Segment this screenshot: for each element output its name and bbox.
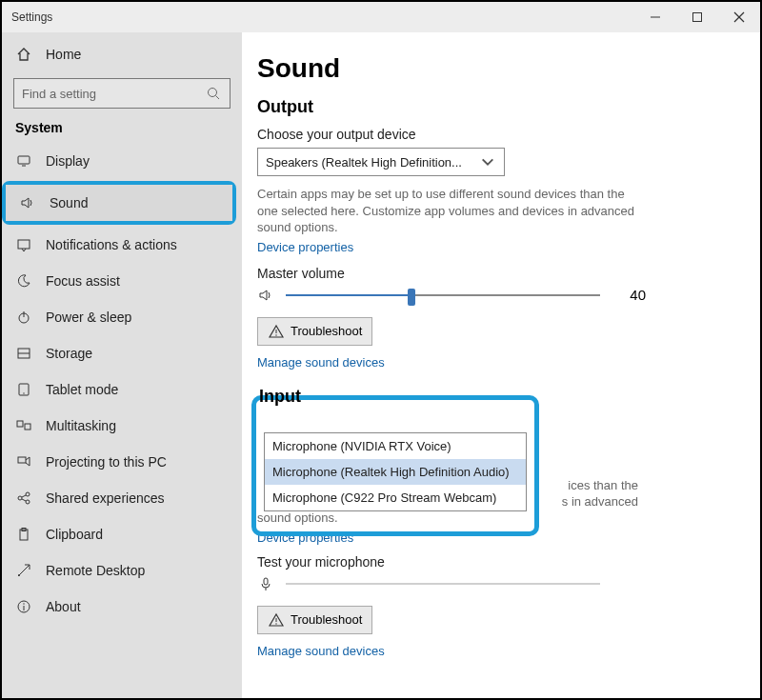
svg-rect-32 xyxy=(264,578,268,585)
search-placeholder: Find a setting xyxy=(22,87,205,101)
svg-point-19 xyxy=(26,492,30,496)
svg-line-25 xyxy=(18,565,30,576)
svg-point-14 xyxy=(23,392,24,393)
sidebar-item-label: About xyxy=(46,599,81,614)
remote-icon xyxy=(15,562,32,579)
output-manage-link[interactable]: Manage sound devices xyxy=(257,355,733,370)
output-device-select[interactable]: Speakers (Realtek High Definition... xyxy=(257,148,505,176)
sidebar-item-clipboard[interactable]: Clipboard xyxy=(2,516,242,552)
svg-rect-1 xyxy=(693,13,702,22)
output-device-selected: Speakers (Realtek High Definition... xyxy=(266,155,462,170)
svg-line-22 xyxy=(22,499,26,501)
sidebar-item-label: Power & sleep xyxy=(46,310,131,325)
maximize-button[interactable] xyxy=(676,2,718,32)
svg-point-4 xyxy=(209,89,217,97)
notifications-icon xyxy=(15,236,32,253)
output-device-properties-link[interactable]: Device properties xyxy=(257,240,733,254)
input-heading: Input xyxy=(257,387,733,407)
svg-point-26 xyxy=(18,574,20,576)
microphone-icon xyxy=(257,575,274,592)
svg-line-5 xyxy=(216,96,220,100)
svg-point-18 xyxy=(18,496,22,500)
sidebar-item-label: Remote Desktop xyxy=(46,563,145,578)
svg-line-21 xyxy=(22,495,26,497)
display-icon xyxy=(15,152,32,170)
sidebar-item-power[interactable]: Power & sleep xyxy=(2,299,242,335)
sidebar-item-share[interactable]: Shared experiences xyxy=(2,480,242,516)
mic-level-meter xyxy=(286,583,600,585)
svg-rect-17 xyxy=(18,457,26,463)
titlebar: Settings xyxy=(2,2,760,32)
svg-rect-15 xyxy=(17,421,23,427)
svg-rect-8 xyxy=(18,240,30,249)
page-title: Sound xyxy=(257,53,733,84)
output-heading: Output xyxy=(257,97,733,117)
clipboard-icon xyxy=(15,526,32,543)
search-input[interactable]: Find a setting xyxy=(13,78,231,109)
power-icon xyxy=(15,309,32,326)
share-icon xyxy=(15,490,32,507)
input-manage-link[interactable]: Manage sound devices xyxy=(257,644,733,658)
chevron-down-icon xyxy=(479,153,496,170)
speaker-icon[interactable] xyxy=(257,287,274,304)
sidebar-item-remote[interactable]: Remote Desktop xyxy=(2,552,242,589)
output-troubleshoot-button[interactable]: Troubleshoot xyxy=(257,317,372,346)
sidebar-item-label: Multitasking xyxy=(46,418,116,433)
sidebar-item-label: Focus assist xyxy=(46,273,120,289)
input-hint-frag1: ices than the xyxy=(568,478,638,492)
svg-rect-6 xyxy=(18,156,30,164)
input-option-0[interactable]: Microphone (NVIDIA RTX Voice) xyxy=(265,433,526,459)
sidebar-item-label: Display xyxy=(46,153,90,169)
sidebar-item-tablet[interactable]: Tablet mode xyxy=(2,371,242,408)
sound-icon xyxy=(19,194,36,211)
minimize-button[interactable] xyxy=(634,2,676,32)
close-button[interactable] xyxy=(718,2,760,32)
sidebar-item-moon[interactable]: Focus assist xyxy=(2,263,242,299)
svg-rect-16 xyxy=(25,424,30,430)
input-hint-frag2: s in advanced xyxy=(562,494,638,509)
input-device-dropdown[interactable]: Microphone (NVIDIA RTX Voice) Microphone… xyxy=(264,432,527,511)
warning-icon xyxy=(268,323,285,340)
sidebar-item-notifications[interactable]: Notifications & actions xyxy=(2,227,242,263)
volume-slider[interactable] xyxy=(286,294,600,296)
warning-icon xyxy=(268,611,285,629)
sidebar-item-label: Storage xyxy=(46,346,92,361)
tablet-icon xyxy=(15,381,32,398)
svg-point-31 xyxy=(275,334,276,335)
sidebar-item-storage[interactable]: Storage xyxy=(2,335,242,371)
sidebar-item-label: Tablet mode xyxy=(46,382,118,397)
window-title: Settings xyxy=(11,10,52,24)
sidebar-item-label: Notifications & actions xyxy=(46,237,177,252)
svg-point-34 xyxy=(275,623,276,624)
sidebar-item-project[interactable]: Projecting to this PC xyxy=(2,444,242,480)
search-icon xyxy=(205,85,222,102)
moon-icon xyxy=(15,272,32,290)
svg-point-28 xyxy=(23,603,24,604)
output-choose-label: Choose your output device xyxy=(257,127,733,142)
sidebar-item-display[interactable]: Display xyxy=(2,143,242,179)
storage-icon xyxy=(15,345,32,362)
input-troubleshoot-label: Troubleshoot xyxy=(291,612,362,627)
sidebar-home-label: Home xyxy=(46,47,81,62)
output-troubleshoot-label: Troubleshoot xyxy=(291,324,362,338)
input-option-2[interactable]: Microphone (C922 Pro Stream Webcam) xyxy=(265,485,526,510)
test-mic-label: Test your microphone xyxy=(257,554,733,570)
sidebar: Home Find a setting System DisplaySoundN… xyxy=(2,32,242,698)
about-icon xyxy=(15,598,32,615)
sidebar-item-multitask[interactable]: Multitasking xyxy=(2,408,242,444)
sidebar-item-about[interactable]: About xyxy=(2,589,242,625)
sidebar-item-label: Shared experiences xyxy=(46,490,165,506)
input-section-highlight: Microphone (NVIDIA RTX Voice) Microphone… xyxy=(251,395,539,536)
sidebar-home[interactable]: Home xyxy=(2,36,242,72)
svg-point-20 xyxy=(26,500,30,504)
input-troubleshoot-button[interactable]: Troubleshoot xyxy=(257,606,372,634)
volume-value: 40 xyxy=(612,287,646,303)
sidebar-item-label: Sound xyxy=(50,195,88,210)
input-option-1[interactable]: Microphone (Realtek High Definition Audi… xyxy=(265,459,526,485)
sidebar-item-sound[interactable]: Sound xyxy=(6,185,232,221)
project-icon xyxy=(15,453,32,470)
master-volume-label: Master volume xyxy=(257,266,733,281)
sidebar-item-label: Projecting to this PC xyxy=(46,454,167,470)
home-icon xyxy=(15,46,32,63)
content-pane: Sound Output Choose your output device S… xyxy=(242,32,760,698)
